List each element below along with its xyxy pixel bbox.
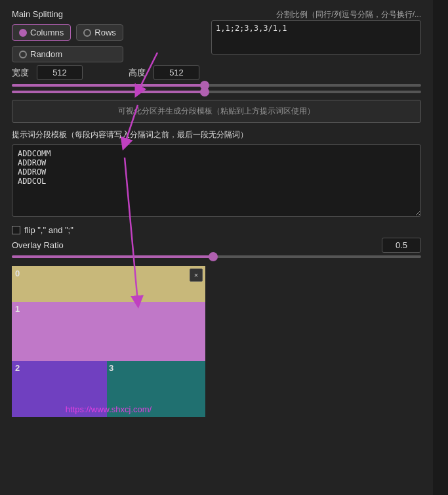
height-label: 高度: [129, 67, 147, 79]
height-slider-row: [12, 91, 421, 93]
header-row: Main Splitting Columns Rows Random 分割比例（…: [12, 9, 421, 62]
height-input[interactable]: [153, 65, 199, 80]
overlay-label: Overlay Ratio: [12, 240, 64, 250]
preview-label-2: 2: [15, 363, 20, 373]
flip-label: flip "," and ";": [24, 225, 73, 235]
watermark: https://www.shxcj.com/: [12, 404, 205, 414]
random-label: Random: [30, 49, 62, 59]
main-panel: Main Splitting Columns Rows Random 分割比例（…: [0, 0, 433, 495]
flip-checkbox[interactable]: [12, 226, 20, 234]
ratio-textarea[interactable]: 1,1;2;3,3,3/1,1: [211, 20, 421, 54]
random-radio-circle: [19, 51, 27, 58]
preview-container: 0 1 2 3 × https://www.shxcj.com/: [12, 266, 205, 417]
preview-block-0: [12, 266, 205, 302]
width-slider-track[interactable]: [12, 84, 421, 87]
preview-label-3: 3: [109, 363, 113, 373]
segment-label: 提示词分段模板（每段内容请写入分隔词之前，最后一段无分隔词）: [12, 129, 421, 140]
width-slider-row: [12, 84, 421, 87]
close-button[interactable]: ×: [190, 269, 203, 282]
width-label: 宽度: [12, 67, 30, 79]
segment-textarea[interactable]: ADDCOMM ADDROW ADDROW ADDCOL: [12, 144, 421, 217]
preview-block-1: [12, 302, 205, 361]
random-button[interactable]: Random: [12, 46, 123, 62]
visualize-button[interactable]: 可视化分区并生成分段模板（粘贴到上方提示词区使用）: [12, 100, 421, 123]
preview-label-0: 0: [15, 269, 20, 278]
columns-radio-circle: [19, 29, 27, 37]
height-slider-track[interactable]: [12, 91, 421, 93]
flip-row: flip "," and ";": [12, 225, 421, 235]
ratio-label: 分割比例（同行/列逗号分隔，分号换行/...: [276, 9, 421, 20]
preview-label-1: 1: [15, 304, 20, 314]
rows-radio-circle: [83, 29, 91, 37]
columns-radio[interactable]: Columns: [12, 24, 71, 41]
dimension-row: 宽度 高度: [12, 65, 421, 80]
splitting-options-row: Columns Rows: [12, 24, 123, 41]
rows-label: Rows: [94, 28, 116, 37]
overlay-input[interactable]: [382, 238, 421, 253]
overlay-slider-track[interactable]: [12, 255, 421, 258]
main-splitting-label: Main Splitting: [12, 9, 123, 19]
rows-radio[interactable]: Rows: [76, 24, 123, 41]
overlay-row: Overlay Ratio: [12, 238, 421, 253]
width-input[interactable]: [37, 65, 83, 80]
overlay-slider-row: [12, 255, 421, 258]
columns-label: Columns: [30, 28, 64, 37]
